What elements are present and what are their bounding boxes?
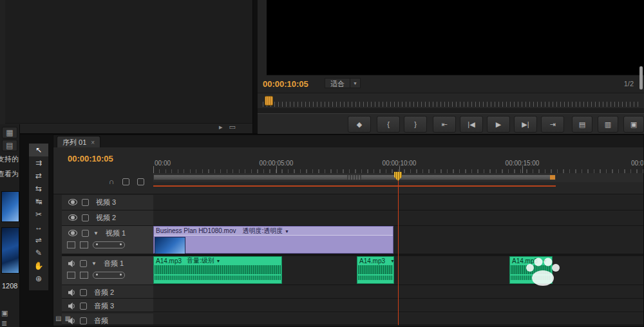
export-frame-button[interactable]: ▣ (623, 116, 644, 133)
timeline-ruler[interactable]: 00:00 00:00:05:00 00:00:10:00 00:00:15:0… (153, 159, 644, 173)
mark-out-button[interactable]: } (404, 116, 427, 133)
hand-tool[interactable]: ✋ (29, 259, 48, 272)
track-header-video-3[interactable]: 视频 3 (62, 195, 153, 210)
track-lock-icon[interactable] (80, 303, 87, 310)
project-bottom-icon-2[interactable]: ≣ (1, 319, 8, 327)
zoom-tool[interactable]: ⊕ (29, 272, 48, 285)
audio-waveform (155, 265, 281, 274)
add-marker-button[interactable]: ◆ (348, 116, 371, 133)
monitor-timecode[interactable]: 00:00:10:05 (263, 79, 308, 89)
pen-tool[interactable]: ✎ (29, 247, 48, 259)
track-name: 音频 3 (94, 301, 114, 311)
track-header-video-2[interactable]: 视频 2 (62, 210, 153, 226)
clip-name: A14.mp3 (156, 257, 182, 265)
clip-business-plan-video[interactable]: Business Plan HD1080.mov 透明度:透明度 ▼ (153, 226, 393, 254)
project-view-icon-1[interactable]: ▦ (2, 127, 17, 138)
slip-tool[interactable]: ↔ (29, 221, 48, 234)
track-select-tool[interactable]: ⇉ (29, 156, 48, 169)
step-forward-button[interactable]: ▶| (514, 116, 537, 133)
speaker-icon[interactable] (68, 289, 75, 296)
zoom-level-dropdown[interactable]: 适合 ▼ (325, 78, 361, 88)
timeline-bottom-icon-1[interactable]: ▤ (55, 315, 61, 322)
monitor-time-ruler[interactable] (258, 93, 644, 109)
collapse-track-icon[interactable]: ▼ (93, 230, 99, 236)
snap-magnet-icon[interactable]: ∩ (109, 177, 115, 186)
track-header-audio-4[interactable]: 音频 (62, 313, 153, 325)
set-display-style-icon[interactable] (67, 241, 75, 248)
track-header-audio-2[interactable]: 音频 2 (62, 285, 153, 299)
track-name: 视频 2 (96, 213, 116, 223)
work-area-grip[interactable] (347, 175, 361, 180)
selection-tool[interactable]: ↖ (29, 144, 48, 156)
project-item-thumbnail-1[interactable] (1, 191, 19, 222)
clip-fx-control[interactable]: 音量:级别 ▼ (187, 257, 221, 265)
chevron-down-icon[interactable]: ▼ (216, 259, 221, 263)
playhead-line[interactable] (398, 173, 399, 325)
chevron-down-icon[interactable]: ▼ (390, 259, 393, 263)
monitor-scrollbar[interactable] (639, 66, 643, 89)
chevron-down-icon[interactable]: ▼ (285, 229, 289, 234)
track-lock-icon[interactable] (80, 317, 87, 324)
step-back-button[interactable]: |◀ (460, 116, 483, 133)
toggle-track-output-icon[interactable] (68, 214, 77, 221)
track-lock-icon[interactable] (82, 199, 89, 206)
mark-in-button[interactable]: { (377, 116, 400, 133)
project-label-supported: 支持的 (0, 154, 19, 164)
clip-a14-audio-2[interactable]: A14.mp3 ▼ (357, 256, 394, 284)
keyframe-navigator[interactable] (93, 272, 125, 279)
project-item-label: 1208 (2, 282, 17, 290)
track-lock-icon[interactable] (80, 289, 87, 296)
project-item-thumbnail-2[interactable] (1, 227, 19, 274)
clip-name: Business Plan HD1080.mov (156, 227, 236, 234)
set-display-style-icon[interactable] (67, 272, 75, 279)
project-view-icon-2[interactable]: ▤ (2, 140, 17, 151)
work-area-end-handle[interactable] (550, 175, 555, 180)
lift-button[interactable]: ▤ (572, 116, 592, 133)
set-encore-marker-icon[interactable] (122, 178, 129, 185)
keyframe-navigator[interactable] (93, 241, 125, 248)
track-lock-icon[interactable] (80, 260, 87, 267)
play-button[interactable]: ▶ (487, 116, 510, 133)
track-lock-icon[interactable] (82, 214, 89, 221)
timeline-bottom-icon-2[interactable]: ▦ (64, 315, 70, 322)
collapse-track-icon[interactable]: ▼ (91, 261, 97, 266)
monitor-scroll-lane[interactable] (258, 108, 644, 113)
work-area-bar[interactable] (153, 174, 556, 180)
speaker-icon[interactable] (68, 303, 75, 310)
go-to-in-button[interactable]: ⇤ (433, 116, 456, 133)
tab-sequence-01[interactable]: 序列 01 × (57, 136, 100, 148)
clip-a14-audio-1[interactable]: A14.mp3 音量:级别 ▼ (153, 256, 282, 284)
project-bottom-icon-1[interactable]: ▣ (1, 309, 8, 317)
track-header-audio-3[interactable]: 音频 3 (62, 299, 153, 312)
clip-thumbnail (155, 237, 185, 254)
ruler-label: 00:00:2 (631, 160, 644, 167)
transport-bar: ◆ { } ⇤ |◀ ▶ ▶| ⇥ ▤ ▥ ▣ (258, 113, 644, 134)
panel-corner-icon-1[interactable]: ▸ (219, 123, 223, 131)
toggle-track-output-icon[interactable] (68, 230, 77, 236)
monitor-playhead-icon[interactable] (265, 96, 273, 106)
extract-button[interactable]: ▥ (598, 116, 618, 133)
track-header-video-1[interactable]: ▼ 视频 1 (62, 226, 153, 254)
track-row-video-3: 视频 3 (62, 195, 643, 210)
panel-corner-icon-2[interactable]: ▭ (229, 123, 236, 131)
speaker-icon[interactable] (68, 260, 75, 267)
set-marker-icon[interactable] (137, 178, 144, 185)
tab-label: 序列 01 (62, 138, 86, 147)
rate-stretch-tool[interactable]: ↹ (29, 195, 48, 208)
toggle-track-output-icon[interactable] (68, 199, 77, 205)
ripple-edit-tool[interactable]: ⇄ (29, 169, 48, 182)
clip-fx-control[interactable]: 透明度:透明度 ▼ (243, 227, 290, 236)
slide-tool[interactable]: ⇌ (29, 234, 48, 247)
track-lock-icon[interactable] (82, 230, 89, 237)
close-icon[interactable]: × (91, 139, 95, 146)
razor-tool[interactable]: ✂ (29, 208, 48, 221)
track-header-audio-1[interactable]: ▼ 音频 1 (62, 256, 153, 285)
show-keyframes-icon[interactable] (80, 241, 88, 248)
go-to-out-button[interactable]: ⇥ (541, 116, 564, 133)
rolling-edit-tool[interactable]: ⇆ (29, 182, 48, 195)
track-name: 视频 1 (106, 229, 126, 238)
playback-resolution[interactable]: 1/2 (624, 80, 634, 88)
show-keyframes-icon[interactable] (80, 272, 88, 279)
chevron-down-icon[interactable]: ▼ (350, 78, 361, 88)
timeline-timecode[interactable]: 00:00:10:05 (68, 154, 113, 164)
